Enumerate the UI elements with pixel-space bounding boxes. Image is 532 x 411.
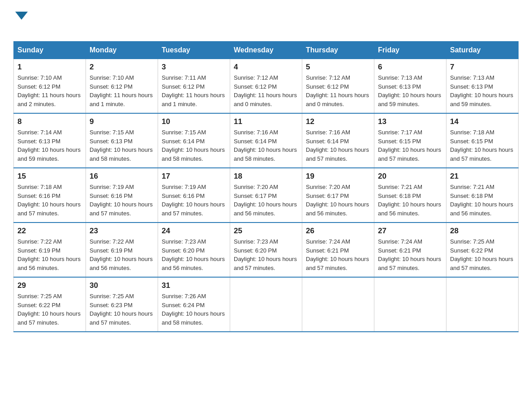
- daylight-minutes: and 56 minutes.: [90, 264, 154, 273]
- calendar-cell: [302, 277, 374, 332]
- day-number: 13: [378, 117, 442, 126]
- daylight-minutes: and 56 minutes.: [162, 264, 226, 273]
- calendar-cell: 5Sunrise: 7:12 AMSunset: 6:12 PMDaylight…: [302, 59, 374, 114]
- sunset-time: Sunset: 6:18 PM: [450, 192, 515, 201]
- sunset-time: Sunset: 6:12 PM: [162, 82, 226, 91]
- daylight-minutes: and 57 minutes.: [90, 318, 154, 327]
- daylight-hours: Daylight: 10 hours hours: [162, 309, 226, 318]
- calendar-cell: 18Sunrise: 7:20 AMSunset: 6:17 PMDayligh…: [230, 168, 302, 223]
- daylight-minutes: and 2 minutes.: [17, 100, 82, 109]
- day-number: 1: [17, 63, 82, 72]
- calendar-week-row: 15Sunrise: 7:18 AMSunset: 6:16 PMDayligh…: [14, 168, 519, 223]
- sunrise-time: Sunrise: 7:15 AM: [162, 128, 226, 137]
- sunrise-time: Sunrise: 7:25 AM: [450, 237, 515, 246]
- daylight-minutes: and 56 minutes.: [450, 209, 515, 218]
- calendar-table: SundayMondayTuesdayWednesdayThursdayFrid…: [13, 41, 519, 332]
- day-info: Sunrise: 7:12 AMSunset: 6:12 PMDaylight:…: [306, 73, 370, 108]
- calendar-cell: 2Sunrise: 7:10 AMSunset: 6:12 PMDaylight…: [86, 59, 158, 114]
- day-info: Sunrise: 7:16 AMSunset: 6:14 PMDaylight:…: [234, 128, 298, 163]
- sunrise-time: Sunrise: 7:12 AM: [234, 73, 298, 82]
- day-info: Sunrise: 7:20 AMSunset: 6:17 PMDaylight:…: [234, 183, 298, 218]
- daylight-minutes: and 1 minute.: [90, 100, 154, 109]
- sunrise-time: Sunrise: 7:24 AM: [378, 237, 442, 246]
- daylight-hours: Daylight: 10 hours hours: [378, 91, 442, 100]
- daylight-hours: Daylight: 10 hours hours: [17, 255, 82, 264]
- day-number: 17: [162, 172, 226, 181]
- day-number: 20: [378, 172, 442, 181]
- day-number: 16: [90, 172, 154, 181]
- day-info: Sunrise: 7:20 AMSunset: 6:17 PMDaylight:…: [306, 183, 370, 218]
- daylight-hours: Daylight: 10 hours hours: [234, 146, 298, 154]
- day-info: Sunrise: 7:13 AMSunset: 6:13 PMDaylight:…: [378, 73, 442, 108]
- daylight-hours: Daylight: 10 hours hours: [450, 255, 515, 264]
- daylight-minutes: and 57 minutes.: [90, 209, 154, 218]
- daylight-minutes: and 57 minutes.: [378, 154, 442, 163]
- sunset-time: Sunset: 6:12 PM: [90, 82, 154, 91]
- weekday-header-saturday: Saturday: [446, 42, 519, 59]
- sunset-time: Sunset: 6:12 PM: [17, 82, 82, 91]
- calendar-cell: 22Sunrise: 7:22 AMSunset: 6:19 PMDayligh…: [14, 223, 86, 277]
- weekday-header-sunday: Sunday: [14, 42, 86, 59]
- day-number: 11: [234, 117, 298, 126]
- sunset-time: Sunset: 6:12 PM: [234, 82, 298, 91]
- daylight-minutes: and 57 minutes.: [17, 318, 82, 327]
- daylight-minutes: and 57 minutes.: [162, 209, 226, 218]
- day-number: 29: [17, 281, 82, 290]
- daylight-hours: Daylight: 10 hours hours: [306, 146, 370, 154]
- calendar-cell: [446, 277, 519, 332]
- sunset-time: Sunset: 6:13 PM: [90, 137, 154, 146]
- calendar-week-row: 29Sunrise: 7:25 AMSunset: 6:22 PMDayligh…: [14, 277, 519, 332]
- sunset-time: Sunset: 6:18 PM: [378, 192, 442, 201]
- day-info: Sunrise: 7:19 AMSunset: 6:16 PMDaylight:…: [162, 183, 226, 218]
- day-number: 3: [162, 63, 226, 72]
- calendar-cell: 29Sunrise: 7:25 AMSunset: 6:22 PMDayligh…: [14, 277, 86, 332]
- calendar-cell: 28Sunrise: 7:25 AMSunset: 6:22 PMDayligh…: [446, 223, 519, 277]
- sunrise-time: Sunrise: 7:13 AM: [450, 73, 515, 82]
- daylight-hours: Daylight: 10 hours hours: [17, 309, 82, 318]
- sunset-time: Sunset: 6:17 PM: [234, 192, 298, 201]
- sunset-time: Sunset: 6:16 PM: [162, 192, 226, 201]
- day-info: Sunrise: 7:18 AMSunset: 6:15 PMDaylight:…: [450, 128, 515, 163]
- calendar-cell: 24Sunrise: 7:23 AMSunset: 6:20 PMDayligh…: [158, 223, 230, 277]
- calendar-cell: 7Sunrise: 7:13 AMSunset: 6:13 PMDaylight…: [446, 59, 519, 114]
- sunrise-time: Sunrise: 7:26 AM: [162, 292, 226, 301]
- calendar-cell: 14Sunrise: 7:18 AMSunset: 6:15 PMDayligh…: [446, 113, 519, 168]
- sunset-time: Sunset: 6:19 PM: [90, 246, 154, 255]
- page-header: General: [13, 9, 519, 32]
- calendar-cell: [230, 277, 302, 332]
- daylight-minutes: and 57 minutes.: [378, 264, 442, 273]
- sunset-time: Sunset: 6:15 PM: [378, 137, 442, 146]
- day-number: 18: [234, 172, 298, 181]
- daylight-minutes: and 1 minute.: [162, 100, 226, 109]
- daylight-minutes: and 57 minutes.: [306, 154, 370, 163]
- day-info: Sunrise: 7:25 AMSunset: 6:23 PMDaylight:…: [90, 292, 154, 327]
- day-info: Sunrise: 7:25 AMSunset: 6:22 PMDaylight:…: [450, 237, 515, 272]
- day-info: Sunrise: 7:15 AMSunset: 6:14 PMDaylight:…: [162, 128, 226, 163]
- sunset-time: Sunset: 6:15 PM: [450, 137, 515, 146]
- calendar-cell: 12Sunrise: 7:16 AMSunset: 6:14 PMDayligh…: [302, 113, 374, 168]
- day-number: 24: [162, 227, 226, 235]
- sunset-time: Sunset: 6:21 PM: [306, 246, 370, 255]
- sunset-time: Sunset: 6:21 PM: [378, 246, 442, 255]
- daylight-hours: Daylight: 10 hours hours: [90, 200, 154, 209]
- daylight-minutes: and 57 minutes.: [17, 209, 82, 218]
- weekday-header-thursday: Thursday: [302, 42, 374, 59]
- day-info: Sunrise: 7:26 AMSunset: 6:24 PMDaylight:…: [162, 292, 226, 327]
- day-info: Sunrise: 7:24 AMSunset: 6:21 PMDaylight:…: [378, 237, 442, 272]
- weekday-header-wednesday: Wednesday: [230, 42, 302, 59]
- calendar-cell: 1Sunrise: 7:10 AMSunset: 6:12 PMDaylight…: [14, 59, 86, 114]
- sunset-time: Sunset: 6:17 PM: [306, 192, 370, 201]
- sunrise-time: Sunrise: 7:25 AM: [17, 292, 82, 301]
- sunrise-time: Sunrise: 7:19 AM: [90, 183, 154, 192]
- sunrise-time: Sunrise: 7:19 AM: [162, 183, 226, 192]
- sunset-time: Sunset: 6:22 PM: [450, 246, 515, 255]
- day-info: Sunrise: 7:23 AMSunset: 6:20 PMDaylight:…: [234, 237, 298, 272]
- weekday-header-row: SundayMondayTuesdayWednesdayThursdayFrid…: [14, 42, 519, 59]
- day-number: 26: [306, 227, 370, 235]
- daylight-minutes: and 57 minutes.: [234, 264, 298, 273]
- calendar-cell: 16Sunrise: 7:19 AMSunset: 6:16 PMDayligh…: [86, 168, 158, 223]
- daylight-hours: Daylight: 10 hours hours: [378, 255, 442, 264]
- daylight-hours: Daylight: 10 hours hours: [17, 200, 82, 209]
- sunset-time: Sunset: 6:14 PM: [162, 137, 226, 146]
- day-info: Sunrise: 7:14 AMSunset: 6:13 PMDaylight:…: [17, 128, 82, 163]
